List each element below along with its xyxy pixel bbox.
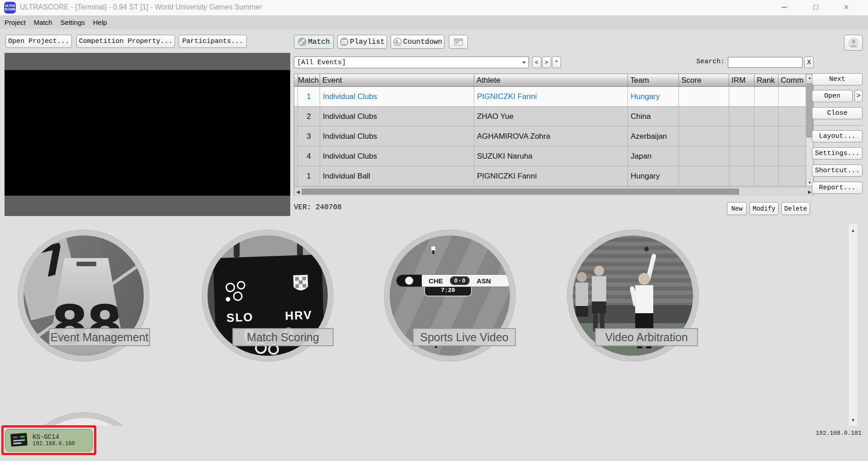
menu-project[interactable]: Project (0, 19, 30, 26)
broadcast-logo-icon (396, 275, 422, 287)
side-panel-divider (812, 125, 863, 126)
title-bar: ULTRASCORE ULTRASCORE - [Terminal] - 0.9… (0, 0, 868, 15)
header-athlete[interactable]: Athlete (474, 74, 628, 87)
header-score[interactable]: Score (679, 74, 729, 87)
open-button[interactable]: Open (812, 90, 853, 102)
video-preview (5, 53, 290, 216)
module-label: Match Scoring (232, 328, 334, 346)
menu-bar: Project Match Settings Help (0, 15, 868, 29)
device-name: KS-GC14 (33, 433, 75, 441)
tab-playlist[interactable]: Playlist (337, 35, 387, 49)
next-event-button[interactable]: > (542, 56, 551, 68)
search-label: Search: (696, 58, 725, 66)
competition-property-button[interactable]: Competition Property... (76, 35, 175, 48)
scroll-down-icon[interactable]: ▼ (849, 415, 858, 424)
table-row[interactable]: 1 Individual Clubs PIGNICZKI Fanni Hunga… (294, 87, 807, 107)
open-more-button[interactable]: > (854, 90, 863, 102)
video-top-strip (5, 53, 290, 70)
close-icon[interactable]: ✕ (836, 0, 857, 14)
tab-match-label: Match (308, 38, 330, 46)
modules-section: 7 88 (0, 224, 868, 426)
new-button[interactable]: New (727, 202, 747, 215)
open-project-button[interactable]: Open Project... (5, 35, 72, 48)
tab-match[interactable]: Match (294, 35, 334, 49)
app-logo-icon: ULTRASCORE (4, 2, 16, 14)
module-label: Video Arbitration (595, 328, 698, 346)
menu-help[interactable]: Help (89, 19, 111, 26)
monitor-icon (454, 38, 463, 46)
module-partial-next-row[interactable] (18, 412, 150, 426)
table-horizontal-scrollbar[interactable]: ◀ ▶ (294, 187, 813, 196)
header-comm[interactable]: Comm (778, 74, 807, 87)
table-row[interactable]: 2 Individual Clubs ZHAO Yue China (294, 107, 807, 127)
header-match[interactable]: Match (298, 74, 320, 87)
version-label: VER: 240708 (294, 203, 342, 212)
close-button[interactable]: Close (812, 107, 863, 119)
video-bottom-strip (5, 196, 290, 216)
tab-countdown-label: Countdown (403, 38, 442, 46)
shortcut-button[interactable]: Shortcut... (812, 165, 863, 177)
report-button[interactable]: Report... (812, 182, 863, 194)
star-filter-button[interactable]: * (552, 56, 561, 68)
user-avatar-icon (848, 37, 859, 49)
scoreboard-device-icon (10, 433, 28, 448)
countdown-icon (393, 37, 402, 47)
header-event[interactable]: Event (320, 74, 474, 87)
menu-settings[interactable]: Settings (57, 19, 89, 26)
next-button[interactable]: Next (812, 73, 863, 85)
menu-match[interactable]: Match (30, 19, 57, 26)
table-row[interactable]: 4 Individual Clubs SUZUKI Naruha Japan (294, 146, 807, 166)
display-panel-button[interactable] (449, 35, 468, 49)
clear-search-button[interactable]: X (804, 56, 814, 68)
device-ip: 192.168.0.160 (33, 441, 75, 447)
user-account-button[interactable] (844, 35, 863, 51)
modify-button[interactable]: Modify (750, 202, 778, 215)
device-tile-ks-gc14[interactable]: KS-GC14 192.168.0.160 (1, 425, 96, 455)
settings-button[interactable]: Settings... (812, 147, 863, 160)
module-label: Sports Live Video (413, 328, 516, 346)
event-filter-dropdown[interactable]: [All Events] (294, 56, 529, 68)
header-rank[interactable]: Rank (755, 74, 778, 87)
event-filter-value: [All Events] (297, 59, 346, 66)
participants-button[interactable]: Participants... (179, 35, 247, 48)
scroll-left-icon[interactable]: ◀ (294, 188, 302, 196)
module-label: Event Management (49, 328, 150, 346)
playlist-icon (340, 37, 349, 47)
tab-playlist-label: Playlist (350, 38, 385, 46)
table-row[interactable]: 1 Individual Ball PIGNICZKI Fanni Hungar… (294, 166, 807, 186)
window-title: ULTRASCORE - [Terminal] - 0.94 ST [1] - … (20, 3, 262, 11)
table-row[interactable]: 3 Individual Clubs AGHAMIROVA Zohra Azer… (294, 127, 807, 146)
horizontal-scroll-thumb[interactable] (302, 188, 739, 195)
chevron-down-icon (522, 61, 526, 64)
match-icon (297, 37, 307, 47)
table-header-row: Match Event Athlete Team Score IRM Rank … (294, 74, 807, 87)
header-spacer (294, 74, 298, 87)
modules-scrollbar[interactable]: ▲ ▼ (848, 224, 857, 426)
tab-countdown[interactable]: Countdown (391, 35, 444, 49)
local-ip-label: 192.168.0.181 (809, 430, 868, 437)
scroll-up-icon[interactable]: ▲ (849, 226, 858, 235)
header-irm[interactable]: IRM (729, 74, 755, 87)
prev-event-button[interactable]: < (532, 56, 541, 68)
match-table: Match Event Athlete Team Score IRM Rank … (294, 74, 814, 196)
header-team[interactable]: Team (628, 74, 679, 87)
delete-button[interactable]: Delete (781, 202, 810, 215)
layout-button[interactable]: Layout... (812, 130, 863, 142)
maximize-icon[interactable] (805, 0, 826, 14)
search-input[interactable] (728, 57, 802, 68)
minimize-icon[interactable] (774, 0, 795, 14)
